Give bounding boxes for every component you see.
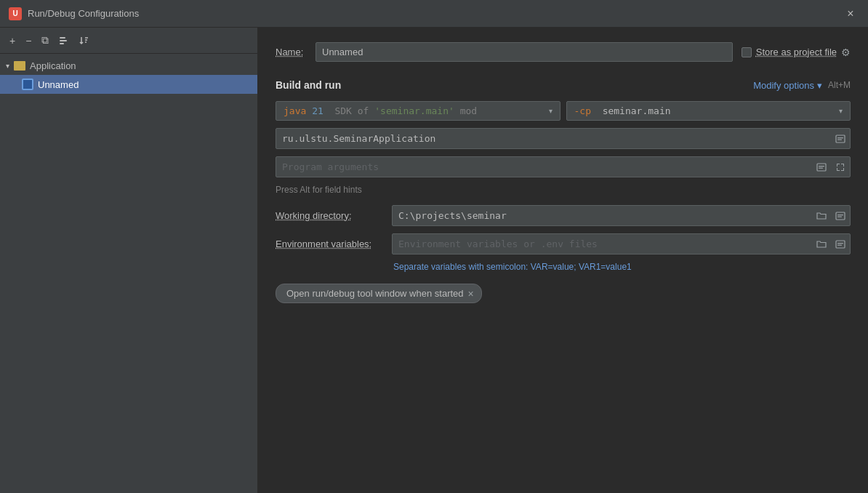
working-dir-label: Working directory: (276, 210, 392, 221)
title-bar-left: U Run/Debug Configurations (9, 7, 139, 20)
right-panel: Name: Store as project file ⚙ Build and … (258, 28, 868, 493)
name-label: Name: (276, 47, 316, 57)
svg-rect-10 (837, 215, 843, 215)
move-config-button[interactable] (55, 33, 73, 48)
svg-rect-12 (836, 241, 845, 248)
class-field-input[interactable] (276, 129, 831, 148)
program-args-expand-button[interactable] (831, 159, 850, 175)
cp-dropdown[interactable]: -cp seminar.main ▾ (566, 101, 851, 121)
copy-config-button[interactable]: ⧉ (38, 32, 52, 49)
working-dir-folder-button[interactable] (812, 209, 831, 223)
working-dir-browse-button[interactable] (831, 208, 850, 224)
program-args-field-row (276, 156, 851, 177)
working-dir-container (392, 205, 851, 226)
working-dir-input[interactable] (393, 206, 812, 225)
chip-close-button[interactable]: × (468, 289, 474, 299)
tool-window-chip: Open run/debug tool window when started … (276, 284, 482, 303)
class-field-row (276, 128, 851, 149)
name-input[interactable] (316, 42, 733, 62)
modify-options-button[interactable]: Modify options ▾ Alt+M (753, 80, 851, 91)
svg-rect-4 (837, 137, 843, 138)
cp-dropdown-arrow: ▾ (839, 107, 843, 115)
program-args-browse-button[interactable] (812, 159, 831, 175)
config-item-icon (22, 79, 33, 90)
env-vars-container (392, 233, 851, 254)
svg-rect-8 (819, 167, 823, 168)
field-hint-text: Press Alt for field hints (276, 185, 851, 195)
svg-rect-7 (819, 166, 824, 167)
program-args-container (276, 156, 851, 177)
sdk-dropdown-arrow: ▾ (549, 107, 552, 115)
svg-rect-9 (836, 212, 845, 220)
svg-rect-13 (837, 243, 843, 244)
env-vars-input[interactable] (393, 234, 812, 254)
cp-value: -cp seminar.main (574, 105, 671, 116)
chip-label: Open run/debug tool window when started (286, 288, 464, 299)
main-layout: + − ⧉ ▾ Application (0, 28, 868, 493)
env-vars-label: Environment variables: (276, 239, 392, 249)
svg-rect-11 (837, 216, 842, 217)
svg-rect-0 (60, 37, 65, 39)
program-args-input[interactable] (276, 157, 812, 177)
svg-rect-6 (817, 164, 826, 171)
tree-item-unnamed[interactable]: Unnamed (0, 75, 257, 94)
svg-rect-5 (837, 139, 842, 140)
store-project-section: Store as project file ⚙ (742, 47, 851, 58)
sdk-row: java 21 SDK of 'seminar.main' mod ▾ -cp … (276, 101, 851, 121)
chip-container: Open run/debug tool window when started … (276, 284, 851, 303)
tree-section: ▾ Application Unnamed (0, 54, 257, 97)
svg-rect-3 (836, 135, 845, 143)
app-icon: U (9, 7, 22, 20)
svg-rect-14 (837, 244, 842, 245)
sort-config-button[interactable] (76, 33, 93, 48)
title-bar: U Run/Debug Configurations × (0, 0, 868, 28)
separator-text: Separate variables with semicolon: VAR=v… (276, 262, 851, 272)
svg-rect-2 (60, 43, 64, 44)
left-panel: + − ⧉ ▾ Application (0, 28, 258, 493)
gear-icon[interactable]: ⚙ (841, 47, 851, 58)
env-vars-folder-button[interactable] (812, 237, 831, 252)
store-project-checkbox[interactable] (742, 47, 752, 57)
close-button[interactable]: × (842, 5, 859, 23)
chevron-down-icon: ▾ (6, 62, 9, 70)
name-row: Name: Store as project file ⚙ (276, 42, 851, 62)
modify-options-label: Modify options (753, 80, 814, 91)
tree-item-label: Unnamed (38, 79, 79, 90)
tree-group-label: Application (30, 60, 76, 71)
class-field-browse-button[interactable] (831, 131, 850, 147)
build-run-header: Build and run Modify options ▾ Alt+M (276, 79, 851, 91)
class-field-container (276, 128, 851, 149)
env-vars-row: Environment variables: (276, 233, 851, 254)
toolbar: + − ⧉ (0, 28, 257, 54)
store-project-label[interactable]: Store as project file (756, 47, 837, 57)
remove-config-button[interactable]: − (22, 33, 35, 49)
sdk-value: java 21 SDK of 'seminar.main' mod (284, 105, 477, 116)
working-dir-row: Working directory: (276, 205, 851, 226)
modify-shortcut: Alt+M (828, 80, 851, 90)
env-vars-browse-button[interactable] (831, 236, 850, 252)
add-config-button[interactable]: + (6, 33, 19, 49)
sdk-dropdown[interactable]: java 21 SDK of 'seminar.main' mod ▾ (276, 101, 560, 121)
tree-group-application[interactable]: ▾ Application (0, 57, 257, 75)
svg-rect-1 (60, 40, 67, 41)
folder-icon (14, 61, 25, 71)
chevron-down-icon: ▾ (817, 80, 822, 91)
title-bar-text: Run/Debug Configurations (28, 8, 139, 19)
section-title: Build and run (276, 79, 341, 91)
